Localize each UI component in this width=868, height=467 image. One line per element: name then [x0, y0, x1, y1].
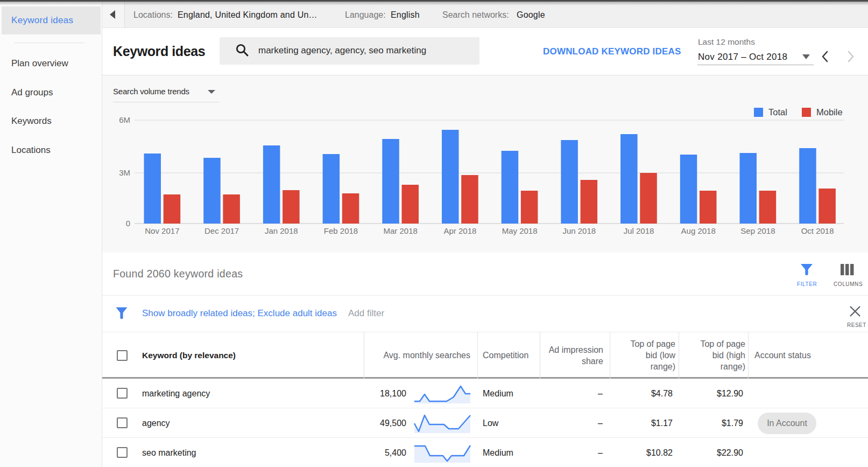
svg-text:6M: 6M — [119, 115, 130, 124]
svg-text:3M: 3M — [119, 168, 130, 177]
svg-text:Jun 2018: Jun 2018 — [562, 226, 596, 235]
svg-text:Mobile: Mobile — [816, 107, 843, 117]
svg-text:Nov 2017: Nov 2017 — [145, 226, 179, 235]
svg-text:Aug 2018: Aug 2018 — [681, 226, 716, 235]
svg-text:Dec 2017: Dec 2017 — [204, 226, 239, 235]
svg-text:Feb 2018: Feb 2018 — [324, 226, 358, 235]
svg-text:Jan 2018: Jan 2018 — [265, 226, 298, 235]
svg-text:May 2018: May 2018 — [502, 226, 538, 235]
svg-text:Sep 2018: Sep 2018 — [740, 226, 775, 235]
svg-text:0: 0 — [126, 219, 130, 228]
svg-text:Jul 2018: Jul 2018 — [624, 226, 654, 235]
svg-text:Apr 2018: Apr 2018 — [443, 226, 476, 235]
svg-text:Total: Total — [768, 107, 787, 117]
svg-text:Oct 2018: Oct 2018 — [801, 226, 834, 235]
svg-text:Mar 2018: Mar 2018 — [384, 226, 418, 235]
